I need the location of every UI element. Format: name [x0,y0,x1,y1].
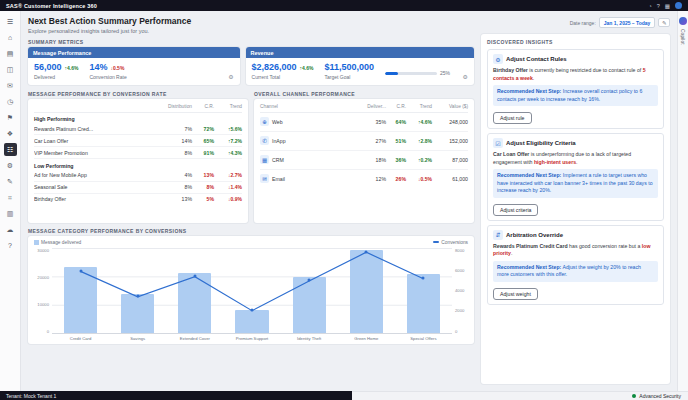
category-label: Identity Theft [281,336,338,341]
app-title: SAS® Customer Intelligence 360 [6,3,97,9]
insight-body: Car Loan Offer is underperforming due to… [493,151,658,166]
security-status-icon [632,394,636,398]
sidebar-item-schedule[interactable]: ◷ [4,95,17,108]
recommendation-label: Recommended Next Step: [497,172,561,178]
axis-tick: 30000 [34,248,49,253]
group-low-performing: Low Performing [34,159,242,170]
channel-name: Web [272,119,283,125]
card-settings-gear-icon[interactable]: ⚙ [228,73,233,80]
insight-offer-name: Rewards Platinum Credit Card [493,243,568,249]
sidebar-item-reports[interactable]: ▤ [4,47,17,60]
insight-text: . [511,250,512,256]
history-icon[interactable]: ◔ [648,3,651,9]
revenue-card: Revenue $2,826,000 ↑4.6% Current Total $… [246,47,474,85]
offer-name: Car Loan Offer [34,138,162,144]
conversion-rate-value: 14% [89,62,107,72]
offer-cr: 8% [192,184,214,190]
revenue-progress: 25% [385,70,450,76]
current-total-trend: ↑4.6% [300,65,314,71]
sidebar-item-data[interactable]: ⌗ [4,191,17,204]
table-row[interactable]: ✉Email 12% 26% ↓0.5% 61,000 [260,170,468,188]
table-row[interactable]: ▦CRM 18% 36% ↑0.2% 87,000 [260,151,468,170]
sidebar-item-library[interactable]: ▥ [4,207,17,220]
table-row[interactable]: ✆InApp 27% 51% ↑2.8% 152,000 [260,132,468,151]
offer-distribution: 8% [162,184,192,190]
channel-cr: 51% [386,138,406,144]
sidebar-item-dashboards[interactable]: ◫ [4,63,17,76]
axis-tick: 4000 [455,288,468,293]
channel-value: 61,000 [432,176,468,182]
adjust-rule-button[interactable]: Adjust rule [493,112,532,124]
sidebar-item-messages[interactable]: ✉ [4,79,17,92]
table-row[interactable]: ⊕Web 35% 64% ↑4.6% 248,000 [260,113,468,132]
conversion-point [79,269,82,272]
offer-distribution: 13% [162,196,192,202]
sidebar-item-home[interactable]: ⌂ [4,31,17,44]
channel-value: 248,000 [432,119,468,125]
channel-trend: ↑0.2% [406,157,432,163]
top-bar: SAS® Customer Intelligence 360 ◔?▦ [0,0,688,11]
apps-icon[interactable]: ▦ [665,3,670,9]
copilot-label[interactable]: Copilot [680,29,686,45]
recommended-next-step: Recommended Next Step: Adjust the weight… [493,261,658,282]
insight-card-eligibility-criteria: ☑ Adjust Eligibility Criteria Car Loan O… [487,133,664,221]
bar-slot [395,248,452,333]
right-axis: 8000 6000 4000 2000 0 [452,248,468,334]
copilot-icon[interactable] [679,17,687,25]
insight-text: . [533,75,534,81]
sidebar-item-designer[interactable]: ✎ [4,175,17,188]
sidebar-item-assets[interactable]: ❖ [4,127,17,140]
sidebar-item-menu[interactable]: ☰ [4,15,17,28]
channel-name: CRM [272,157,284,163]
contact-rules-icon: ⚙ [493,54,503,64]
table-row[interactable]: Rewards Platinum Cred... 7% 72% ↑5.6% [34,123,242,135]
revenue-progress-label: 25% [440,70,450,76]
adjust-weight-button[interactable]: Adjust weight [493,288,538,300]
category-label: Green Home [338,336,395,341]
date-range-label: Date range: [570,20,596,26]
offer-cr: 13% [192,172,214,178]
legend-label: Message delivered [41,240,81,245]
offer-cr: 72% [192,126,214,132]
sidebar-item-settings[interactable]: ⚙ [4,159,17,172]
topbar-actions: ◔?▦ [648,2,682,9]
crm-channel-icon: ▦ [260,155,269,164]
message-performance-table: Distribution C.R. Trend High Performing … [28,99,248,223]
channel-value: 87,000 [432,157,468,163]
left-axis: 30000 20000 10000 0 [34,248,52,334]
table-header-row: Channel Deliver... C.R. Trend Value ($) [260,102,468,113]
sidebar-item-help[interactable]: ? [4,239,17,252]
offer-trend: ↑5.6% [214,126,242,132]
channel-trend: ↓0.5% [406,176,432,182]
target-goal-value: $11,500,000 [324,62,374,72]
bar-slot [166,248,223,333]
email-channel-icon: ✉ [260,174,269,183]
date-range-value[interactable]: Jan 1, 2025 – Today [599,17,656,28]
edit-date-range-icon[interactable]: ✎ [658,18,670,27]
table-row[interactable]: Car Loan Offer 14% 65% ↑7.2% [34,135,242,147]
sidebar-item-segments[interactable]: ☷ [4,143,17,156]
column-cr: C.R. [192,104,214,109]
line-swatch-icon [433,241,439,243]
help-icon[interactable]: ? [657,3,660,9]
table-row[interactable]: Birthday Offer 13% 5% ↓0.9% [34,194,242,205]
table-row[interactable]: Ad for New Mobile App 4% 13% ↓2.7% [34,170,242,182]
category-label: Premium Support [223,336,280,341]
message-performance-card: Message Performance 56,000 ↑4.6% Deliver… [28,47,240,85]
delivered-bar [121,294,154,332]
target-goal-label: Target Goal [324,74,374,80]
channel-cr: 64% [386,119,406,125]
sidebar-item-cloud[interactable]: ☁ [4,223,17,236]
sidebar-item-goals[interactable]: ⚑ [4,111,17,124]
offer-trend: ↑4.3% [214,150,242,156]
adjust-criteria-button[interactable]: Adjust criteria [493,204,538,216]
table-row[interactable]: Seasonal Sale 8% 8% ↓1.4% [34,182,242,194]
delivered-label: Delivered [34,74,78,80]
axis-tick: 2000 [455,308,468,313]
offer-name: Seasonal Sale [34,184,162,190]
table-row[interactable]: VIP Member Promotion 8% 91% ↑4.3% [34,147,242,159]
conversion-point [365,250,368,253]
offer-name: VIP Member Promotion [34,150,162,156]
card-settings-gear-icon[interactable]: ⚙ [463,73,468,80]
user-avatar[interactable] [675,2,682,9]
